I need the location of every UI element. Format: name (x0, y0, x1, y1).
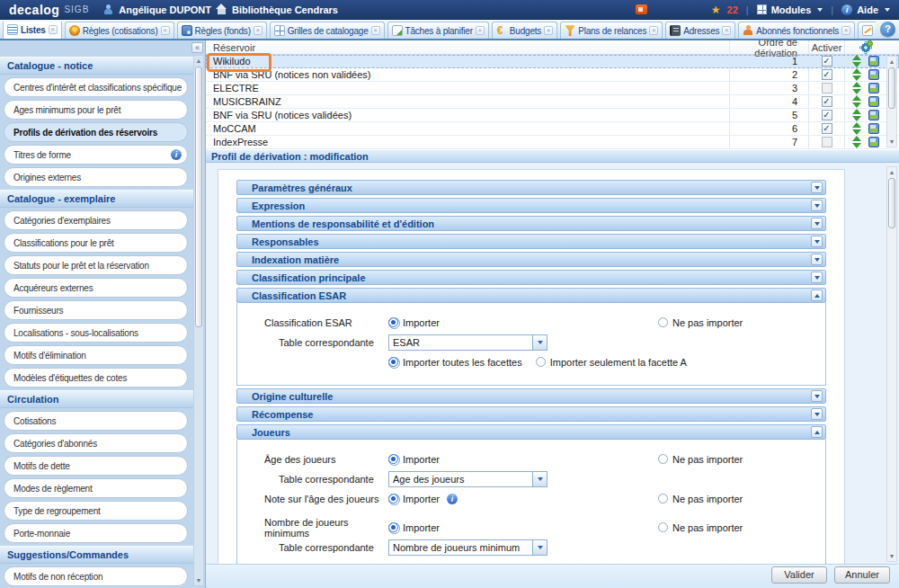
reorder-icon[interactable] (852, 82, 862, 94)
sidebar-collapse-button[interactable]: « (191, 42, 203, 53)
reservoir-row[interactable]: Wikiludo1✓ (206, 55, 899, 68)
validate-button[interactable]: Valider (771, 566, 827, 584)
sidebar-item-classifications-pour-le-pret[interactable]: Classifications pour le prêt (4, 233, 188, 253)
reservoir-row[interactable]: MUSICBRAINZ4✓ (206, 95, 899, 109)
modules-menu[interactable]: Modules (771, 4, 812, 15)
radio-facet[interactable] (536, 357, 546, 367)
tab-close-icon[interactable]: × (544, 26, 553, 35)
sidebar-item-porte-monnaie[interactable]: Porte-monnaie (4, 523, 188, 543)
table-select[interactable]: Nombre de joueurs minimum (388, 539, 547, 556)
export-icon[interactable] (636, 4, 647, 14)
active-checkbox[interactable]: ✓ (822, 123, 832, 134)
active-checkbox[interactable]: ✓ (822, 56, 832, 67)
sidebar-item-fournisseurs[interactable]: Fournisseurs (4, 300, 188, 320)
tab-budgets[interactable]: Budgets× (492, 22, 557, 39)
table-scrollbar[interactable]: ▲ ▼ (886, 56, 897, 147)
chevron-up-icon[interactable] (811, 290, 823, 301)
accordion-parametres-generaux[interactable]: Paramètres généraux (236, 180, 826, 195)
tab-listes[interactable]: Listes× (3, 22, 62, 39)
chevron-down-icon[interactable] (811, 218, 823, 229)
scroll-thumb[interactable] (888, 178, 895, 228)
accordion-mentions-de-responsabilite-et-d-edition[interactable]: Mentions de responsabilité et d'édition (236, 216, 826, 231)
active-checkbox[interactable]: ✓ (822, 96, 832, 107)
accordion-indexation-matiere[interactable]: Indexation matière (236, 252, 826, 267)
sidebar-item-ages-minimums-pour-le-pret[interactable]: Âges minimums pour le prêt (4, 100, 188, 120)
scroll-down-icon[interactable]: ▼ (889, 552, 895, 560)
sidebar-item-acquereurs-externes[interactable]: Acquéreurs externes (4, 278, 188, 298)
sidebar-item-titres-de-forme[interactable]: Titres de formei (4, 145, 188, 165)
scroll-thumb[interactable] (195, 67, 202, 327)
accordion-origine-culturelle[interactable]: Origine culturelle (236, 388, 826, 404)
accordion-classification-esar[interactable]: Classification ESAR (236, 288, 826, 303)
accordion-joueurs[interactable]: Joueurs (236, 424, 826, 440)
reorder-icon[interactable] (852, 55, 862, 67)
reservoir-row[interactable]: ELECTRE3 (206, 82, 899, 95)
active-checkbox[interactable]: ✓ (822, 69, 832, 80)
tab-abonnes-fonctionnels[interactable]: Abonnés fonctionnels× (738, 22, 855, 39)
scroll-down-icon[interactable]: ▼ (196, 576, 202, 584)
sidebar-item-type-de-regroupement[interactable]: Type de regroupement (4, 501, 188, 521)
sidebar-item-motifs-de-non-reception[interactable]: Motifs de non réception (4, 566, 188, 586)
cancel-button[interactable]: Annuler (834, 566, 890, 584)
radio-no-import[interactable] (658, 454, 668, 464)
save-icon[interactable] (868, 123, 879, 134)
active-checkbox[interactable] (822, 137, 832, 147)
reorder-icon[interactable] (852, 68, 862, 81)
save-icon[interactable] (868, 96, 879, 107)
chevron-down-icon[interactable] (811, 408, 823, 420)
sidebar-item-categories-d-exemplaires[interactable]: Catégories d'exemplaires (4, 210, 188, 230)
sidebar-item-modeles-d-etiquettes-de-cotes[interactable]: Modèles d'étiquettes de cotes (4, 368, 188, 388)
sidebar-item-centres-d-interet-et-classifications-specifiques[interactable]: Centres d'intérêt et classifications spé… (4, 77, 188, 97)
reservoir-row[interactable]: IndexPresse7 (206, 136, 899, 149)
tab-close-icon[interactable]: × (649, 26, 658, 35)
tab-regles-fonds[interactable]: Règles (fonds)× (177, 22, 267, 39)
active-checkbox[interactable] (822, 83, 832, 94)
radio-import[interactable] (388, 317, 398, 327)
radio-facet[interactable] (388, 357, 398, 367)
sidebar-item-localisations-sous-localisations[interactable]: Localisations - sous-localisations (4, 323, 188, 343)
star-icon[interactable]: ★ (711, 4, 721, 15)
save-icon[interactable] (868, 110, 879, 120)
reservoir-row[interactable]: BNF via SRU (notices validées)5✓ (206, 109, 899, 122)
accordion-expression[interactable]: Expression (236, 198, 826, 213)
accordion-responsables[interactable]: Responsables (236, 234, 826, 249)
table-select[interactable]: ESAR (388, 334, 547, 351)
radio-no-import[interactable] (658, 317, 668, 327)
sidebar-item-categories-d-abonnes[interactable]: Catégories d'abonnés (4, 433, 188, 453)
tab-close-icon[interactable]: × (161, 26, 170, 35)
scroll-down-icon[interactable]: ▼ (889, 138, 895, 146)
tab-close-icon[interactable]: × (49, 25, 58, 34)
reorder-icon[interactable] (852, 109, 862, 121)
reorder-icon[interactable] (852, 122, 862, 135)
scroll-up-icon[interactable]: ▲ (196, 57, 202, 65)
sidebar-item-profils-de-derivation-des-reservoirs[interactable]: Profils de dérivation des réservoirs (4, 122, 188, 142)
tab-close-icon[interactable]: × (841, 26, 850, 35)
chevron-down-icon[interactable] (811, 182, 823, 193)
columns-settings-icon[interactable] (860, 42, 871, 53)
chevron-down-icon[interactable] (811, 272, 823, 283)
tab-taches-planifier[interactable]: Tâches à planifier× (387, 22, 489, 39)
radio-no-import[interactable] (658, 522, 668, 532)
sidebar-scrollbar[interactable]: ▲ ▼ (193, 55, 204, 586)
sidebar-item-modes-de-reglement[interactable]: Modes de règlement (4, 478, 188, 498)
tab-close-icon[interactable]: × (476, 26, 485, 35)
scroll-thumb[interactable] (888, 67, 895, 109)
tab-grilles-catalogage[interactable]: Grilles de catalogage× (270, 22, 385, 39)
sidebar-item-origines-externes[interactable]: Origines externes (4, 167, 188, 187)
accordion-classification-principale[interactable]: Classification principale (236, 270, 826, 285)
tab-close-icon[interactable]: × (722, 26, 731, 35)
save-icon[interactable] (868, 69, 879, 80)
scroll-up-icon[interactable]: ▲ (889, 58, 895, 66)
tab-close-icon[interactable]: × (254, 26, 263, 35)
reservoir-row[interactable]: BNF via SRU (notices non validées)2✓ (206, 68, 899, 82)
tab-modeles-documents[interactable]: Modèles de documents× (858, 22, 876, 39)
chevron-down-icon[interactable] (811, 390, 823, 402)
save-icon[interactable] (868, 137, 879, 147)
reorder-icon[interactable] (852, 136, 862, 148)
tab-adresses[interactable]: Adresses× (665, 22, 735, 39)
reorder-icon[interactable] (852, 95, 862, 108)
sidebar-item-motifs-de-dette[interactable]: Motifs de dette (4, 456, 188, 476)
table-select[interactable]: Age des joueurs (388, 471, 547, 487)
tab-close-icon[interactable]: × (371, 26, 380, 35)
sidebar-item-cotisations[interactable]: Cotisations (4, 411, 188, 431)
